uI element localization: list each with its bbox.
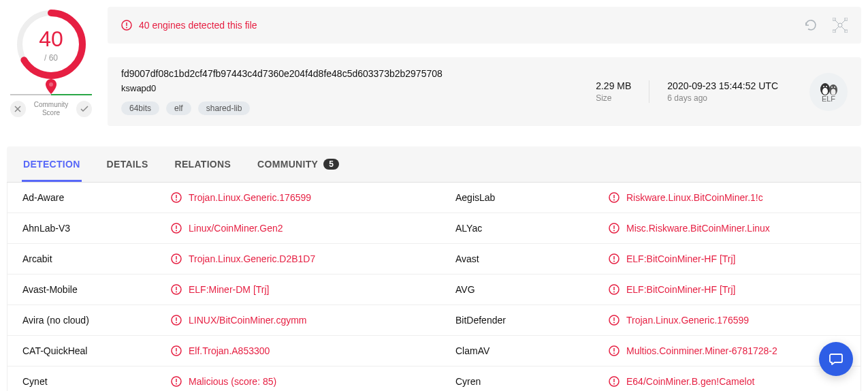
warning-icon [171,253,182,264]
alert-card: 40 engines detected this file [108,7,861,44]
svg-point-37 [176,261,177,262]
verdict[interactable]: Elf.Trojan.A853300 [171,345,270,356]
verdict[interactable]: Multios.Coinminer.Miner-6781728-2 [609,345,777,356]
svg-point-55 [176,353,177,354]
warning-icon [609,192,620,203]
warning-icon [609,345,620,356]
penguin-icon [819,81,838,96]
engine-name: AVG [455,284,609,295]
score-column: 40 / 60 Community Score [7,7,95,126]
file-name: kswapd0 [121,83,578,93]
warning-icon [171,315,182,326]
pin-icon [44,79,58,95]
scan-time-ago: 6 days ago [667,93,778,103]
verdict[interactable]: Trojan.Linux.Generic.D2B1D7 [171,253,315,264]
verdict[interactable]: Linux/CoinMiner.Gen2 [171,223,283,234]
svg-point-17 [823,86,824,87]
svg-point-18 [826,86,827,87]
score-gauge: 40 / 60 [14,7,89,82]
verdict[interactable]: ELF:Miner-DM [Trj] [171,284,269,295]
graph-button[interactable] [833,18,848,33]
community-downvote-button[interactable] [10,101,26,117]
verdict[interactable]: LINUX/BitCoinMiner.cgymm [171,315,307,326]
reanalyze-button[interactable] [804,18,818,32]
svg-line-12 [842,20,846,24]
svg-point-2 [49,82,53,87]
svg-point-21 [831,87,833,88]
verdict[interactable]: ELF:BitCoinMiner-HF [Trj] [609,284,736,295]
check-icon [80,106,89,112]
warning-icon [171,223,182,234]
main-tabs: DETECTION DETAILS RELATIONS COMMUNITY 5 [7,146,861,182]
engine-name: AegisLab [455,192,609,203]
verdict[interactable]: Malicious (score: 85) [171,376,276,387]
svg-point-10 [838,23,842,27]
result-row: Ad-AwareTrojan.Linux.Generic.176599Aegis… [7,183,861,213]
warning-icon [171,376,182,387]
svg-line-14 [842,27,846,31]
svg-point-46 [613,292,615,293]
verdict[interactable]: ELF:BitCoinMiner-HF [Trj] [609,253,736,264]
svg-line-13 [835,27,839,31]
alert-text: 40 engines detected this file [139,20,257,31]
file-type-badge: ELF [809,73,848,111]
engine-name: Avast-Mobile [22,284,171,295]
engine-name: Avast [455,253,609,264]
svg-point-64 [613,384,615,385]
svg-point-31 [176,230,177,232]
tag-64bits[interactable]: 64bits [121,101,159,115]
tab-detection[interactable]: DETECTION [22,146,82,182]
chat-icon [829,351,843,366]
file-size-label: Size [596,93,631,103]
file-hash: fd9007df08c1bd2cf47fb97443c4d7360e204f4d… [121,68,578,79]
detection-results: Ad-AwareTrojan.Linux.Generic.176599Aegis… [7,183,861,391]
verdict[interactable]: Misc.Riskware.BitCoinMiner.Linux [609,223,770,234]
scan-time-value: 2020-09-23 15:44:52 UTC [667,80,778,91]
community-score-label: Community Score [26,101,77,117]
svg-point-5 [126,27,127,29]
close-icon [14,106,21,112]
file-size-value: 2.29 MB [596,80,631,91]
warning-icon [171,192,182,203]
svg-rect-8 [833,30,835,33]
result-row: CAT-QuickHealElf.Trojan.A853300ClamAVMul… [7,336,861,366]
warning-icon [609,284,620,295]
tag-list: 64bits elf shared-lib [121,101,578,115]
file-meta-card: fd9007df08c1bd2cf47fb97443c4d7360e204f4d… [108,57,861,126]
alert-icon [121,20,132,31]
tag-shared-lib[interactable]: shared-lib [198,101,251,115]
verdict[interactable]: Trojan.Linux.Generic.176599 [171,192,311,203]
engine-name: BitDefender [455,315,609,326]
file-type-label: ELF [822,95,835,103]
verdict[interactable]: Trojan.Linux.Generic.176599 [609,315,749,326]
svg-point-49 [176,322,177,324]
warning-icon [609,376,620,387]
result-row: ArcabitTrojan.Linux.Generic.D2B1D7AvastE… [7,244,861,275]
svg-point-61 [176,384,177,385]
warning-icon [609,315,620,326]
svg-line-11 [835,20,839,24]
verdict[interactable]: Riskware.Linux.BitCoinMiner.1!c [609,192,763,203]
verdict[interactable]: E64/CoinMiner.B.gen!Camelot [609,376,754,387]
engine-name: Avira (no cloud) [22,315,171,326]
svg-rect-6 [833,18,835,20]
tab-community[interactable]: COMMUNITY 5 [256,146,340,182]
svg-point-16 [822,88,828,95]
chat-fab[interactable] [819,342,853,376]
engine-name: CAT-QuickHeal [22,345,171,356]
result-row: Avira (no cloud)LINUX/BitCoinMiner.cgymm… [7,305,861,336]
result-row: Avast-MobileELF:Miner-DM [Trj]AVGELF:Bit… [7,275,861,305]
tab-community-badge: 5 [323,159,339,170]
engine-name: ALYac [455,223,609,234]
tab-relations[interactable]: RELATIONS [174,146,233,182]
engine-name: Arcabit [22,253,171,264]
score-value: 40 [39,27,63,52]
svg-point-34 [613,230,615,232]
community-upvote-button[interactable] [76,101,92,117]
svg-point-52 [613,322,615,324]
tag-elf[interactable]: elf [166,101,191,115]
refresh-icon [804,18,818,32]
tab-details[interactable]: DETAILS [106,146,150,182]
engine-name: AhnLab-V3 [22,223,171,234]
svg-point-43 [176,292,177,293]
